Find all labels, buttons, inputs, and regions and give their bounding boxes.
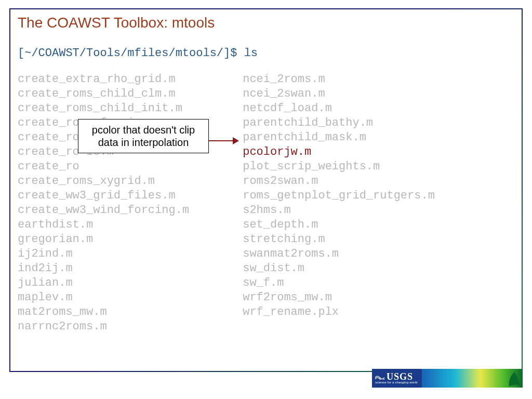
file-item: plot_scrip_weights.m [243, 159, 502, 174]
file-item: create_ro [18, 159, 236, 174]
file-item: sw_dist.m [243, 261, 502, 276]
file-item: swanmat2roms.m [243, 247, 502, 261]
leaf-icon [507, 370, 522, 388]
file-item: roms2swan.m [243, 174, 502, 189]
file-item: earthdist.m [18, 218, 236, 232]
listing-col-2: ncei_2roms.mncei_2swan.mnetcdf_load.mpar… [243, 72, 502, 320]
file-item: parentchild_mask.m [243, 130, 502, 145]
usgs-logo: USGS science for a changing world [372, 369, 422, 388]
file-listing: create_extra_rho_grid.mcreate_roms_child… [10, 60, 522, 334]
file-item: mat2roms_mw.m [18, 305, 236, 320]
file-item: create_roms_xygrid.m [18, 174, 236, 189]
file-item: create_roms_child_init.m [18, 101, 236, 116]
file-item-highlighted: pcolorjw.m [243, 145, 502, 159]
file-item: ind2ij.m [18, 261, 236, 276]
file-item: ncei_2swan.m [243, 87, 502, 101]
file-item: ij2ind.m [18, 247, 236, 261]
file-item: s2hms.m [243, 203, 502, 218]
file-item: maplev.m [18, 290, 236, 305]
file-item: julian.m [18, 276, 236, 290]
listing-col-1: create_extra_rho_grid.mcreate_roms_child… [18, 72, 236, 334]
shell-prompt: [~/COAWST/Tools/mfiles/mtools/]$ ls [10, 31, 522, 60]
usgs-name: USGS [387, 373, 413, 381]
callout-arrow-head [233, 137, 239, 144]
callout-box: pcolor that doesn't clip data in interpo… [78, 119, 209, 153]
footer-banner: USGS science for a changing world [372, 369, 523, 388]
slide-frame: The COAWST Toolbox: mtools [~/COAWST/Too… [9, 8, 523, 372]
file-item: wrf2roms_mw.m [243, 290, 502, 305]
usgs-wave-icon [375, 374, 384, 380]
usgs-tagline: science for a changing world [375, 381, 418, 384]
file-item: ncei_2roms.m [243, 72, 502, 87]
file-item: parentchild_bathy.m [243, 116, 502, 130]
file-item: gregorian.m [18, 232, 236, 247]
file-item: sw_f.m [243, 276, 502, 290]
file-item: create_roms_child_clm.m [18, 87, 236, 101]
file-item: wrf_rename.plx [243, 305, 502, 320]
file-item: narrnc2roms.m [18, 320, 236, 334]
file-item: create_extra_rho_grid.m [18, 72, 236, 87]
file-item: stretching.m [243, 232, 502, 247]
file-item: set_depth.m [243, 218, 502, 232]
file-item: create_ww3_grid_files.m [18, 189, 236, 203]
slide-title: The COAWST Toolbox: mtools [10, 9, 522, 31]
file-item: netcdf_load.m [243, 101, 502, 116]
file-item: roms_getnplot_grid_rutgers.m [243, 189, 502, 203]
file-item: create_ww3_wind_forcing.m [18, 203, 236, 218]
